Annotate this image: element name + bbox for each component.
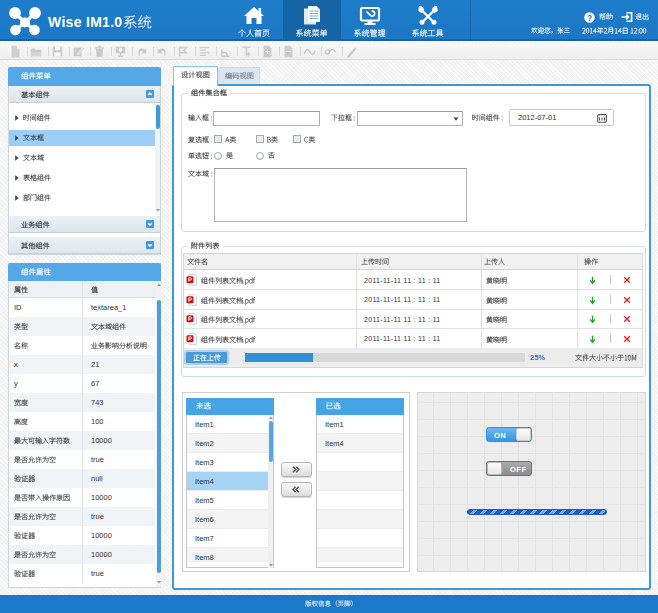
- svg-text:?: ?: [587, 13, 592, 23]
